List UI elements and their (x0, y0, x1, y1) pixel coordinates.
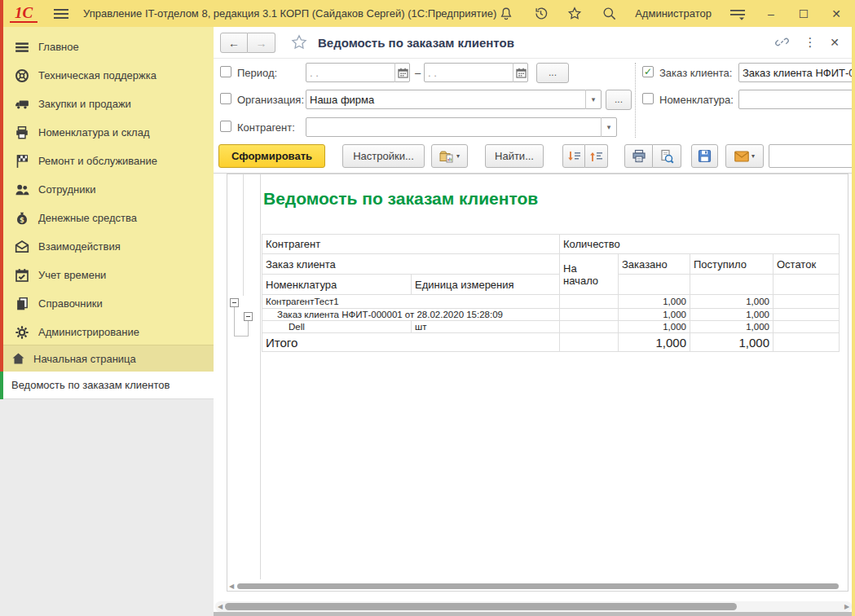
window-title: Управление IT-отделом 8, редакция 3.1 КО… (83, 7, 496, 20)
report-horizontal-scrollbar[interactable]: ◀ (229, 582, 846, 590)
table-row[interactable]: КонтрагентТест1 1,000 1,000 (262, 295, 840, 309)
sidebar-item-cash[interactable]: $ Денежные средства (0, 204, 214, 232)
nomenclature-checkbox[interactable] (642, 93, 654, 104)
close-window-button[interactable]: ✕ (829, 7, 844, 20)
scrollbar-thumb[interactable] (225, 603, 737, 610)
home-page-label: Начальная страница (33, 353, 136, 365)
dropdown-arrow-icon: ▾ (751, 152, 755, 160)
truck-icon (15, 97, 29, 112)
organization-input[interactable] (306, 90, 602, 109)
organization-dropdown-arrow[interactable]: ▾ (585, 90, 601, 109)
dropdown-arrow-icon: ▾ (456, 152, 460, 160)
cell-ordered: 1,000 (619, 295, 690, 309)
sidebar-item-label: Техническая поддержка (38, 69, 156, 81)
col-unit: Единица измерения (412, 275, 560, 295)
customer-order-checkbox[interactable]: ✓ (642, 66, 654, 77)
print-preview-button[interactable] (653, 144, 681, 168)
form-title: Ведомость по заказам клиентов (318, 27, 514, 59)
total-row[interactable]: Итого 1,000 1,000 (262, 333, 840, 352)
home-page-tab[interactable]: Начальная страница (0, 345, 214, 372)
sidebar-item-label: Главное (38, 41, 79, 53)
favorites-star-icon[interactable] (566, 6, 583, 22)
nomenclature-input[interactable] (738, 90, 855, 109)
gear-icon (15, 325, 29, 340)
sidebar-item-employees[interactable]: Сотрудники (0, 175, 214, 204)
report-variants-button[interactable]: ▾ (431, 144, 468, 168)
maximize-button[interactable]: ☐ (796, 7, 811, 20)
email-envelope-icon (734, 151, 749, 162)
sidebar-item-time-tracking[interactable]: Учет времени (0, 261, 214, 289)
more-menu-icon[interactable]: ⋮ (802, 34, 818, 51)
calendar-picker-icon[interactable] (513, 63, 528, 82)
cell-unit: шт (412, 321, 560, 333)
sidebar-item-label: Администрирование (38, 326, 139, 338)
counterparty-label: Контрагент: (237, 121, 295, 134)
autosum-field[interactable] (769, 144, 855, 168)
sidebar-item-catalogs[interactable]: Справочники (0, 289, 214, 318)
cell-start (560, 309, 619, 321)
current-user[interactable]: Администратор (635, 7, 712, 20)
organization-more-button[interactable]: ... (606, 90, 632, 110)
customer-order-label: Заказ клиента: (659, 67, 732, 79)
save-button[interactable] (691, 144, 718, 168)
cell-received: 1,000 (690, 333, 773, 352)
table-row[interactable]: Dell шт 1,000 1,000 (262, 321, 840, 333)
customer-order-input[interactable] (738, 63, 855, 82)
sidebar-item-administration[interactable]: Администрирование (0, 318, 214, 346)
sidebar-item-tech-support[interactable]: Техническая поддержка (0, 61, 214, 90)
minimize-button[interactable]: – (764, 7, 778, 20)
counterparty-input[interactable] (306, 117, 617, 137)
collapse-group-toggle[interactable] (244, 312, 253, 321)
main-menu-icon[interactable] (52, 8, 70, 20)
nav-forward-button[interactable]: → (248, 33, 275, 53)
collapse-groups-button[interactable] (562, 144, 585, 168)
1c-logo: 1С (10, 5, 37, 23)
form-header: ← → Ведомость по заказам клиентов ⋮ ✕ (214, 27, 855, 59)
search-icon[interactable] (601, 6, 617, 22)
expand-groups-button[interactable] (585, 144, 608, 168)
favorite-star-icon[interactable] (290, 33, 308, 51)
send-email-button[interactable]: ▾ (725, 144, 764, 168)
sidebar-item-purchases-sales[interactable]: Закупки и продажи (0, 90, 214, 118)
report-toolbar: Сформировать Настройки... ▾ Найти... (214, 140, 855, 174)
organization-checkbox[interactable] (220, 93, 231, 104)
col-start: На начало (560, 254, 619, 295)
notifications-bell-icon[interactable] (498, 6, 514, 22)
open-form-tab[interactable]: Ведомость по заказам клиентов (0, 372, 214, 399)
period-more-button[interactable]: ... (536, 63, 569, 83)
application-window: 1С Управление IT-отделом 8, редакция 3.1… (0, 0, 855, 616)
close-form-icon[interactable]: ✕ (826, 34, 843, 51)
report-variant-icon (439, 150, 454, 163)
find-button[interactable]: Найти... (485, 144, 544, 168)
print-group (624, 144, 681, 168)
print-button[interactable] (624, 144, 653, 168)
get-link-icon[interactable] (774, 34, 791, 51)
counterparty-checkbox[interactable] (220, 121, 231, 132)
sidebar-item-interactions[interactable]: Взаимодействия (0, 232, 214, 261)
service-menu-icon[interactable] (729, 6, 746, 22)
nav-back-button[interactable]: ← (220, 33, 248, 53)
scroll-left-arrow-icon[interactable]: ◀ (229, 583, 237, 590)
period-checkbox[interactable] (220, 66, 231, 77)
form-horizontal-scrollbar[interactable]: ◀ ▶ (215, 601, 852, 612)
calendar-picker-icon[interactable] (394, 63, 410, 82)
scroll-left-arrow-icon[interactable]: ◀ (215, 603, 225, 610)
sidebar-item-repair-service[interactable]: Ремонт и обслуживание (0, 147, 214, 175)
sidebar-item-nomenclature-warehouse[interactable]: Номенклатура и склад (0, 118, 214, 147)
header-row-2: Заказ клиента На начало Заказано Поступи… (262, 254, 840, 275)
scrollbar-thumb[interactable] (237, 583, 839, 589)
scroll-right-arrow-icon[interactable]: ▶ (842, 603, 852, 610)
sidebar-item-main[interactable]: Главное (0, 33, 214, 61)
cell-received: 1,000 (690, 295, 773, 309)
table-row[interactable]: Заказ клиента НФИТ-000001 от 28.02.2020 … (262, 309, 840, 321)
period-label: Период: (237, 67, 277, 79)
generate-button[interactable]: Сформировать (218, 144, 325, 168)
report-title: Ведомость по заказам клиентов (263, 189, 538, 209)
pages-icon (15, 297, 29, 311)
history-icon[interactable] (532, 6, 549, 22)
cell-ordered: 1,000 (619, 333, 690, 352)
counterparty-dropdown-arrow[interactable]: ▾ (601, 117, 616, 137)
collapse-group-toggle[interactable] (230, 298, 239, 307)
settings-button[interactable]: Настройки... (342, 144, 425, 168)
cell-rest (773, 333, 840, 352)
